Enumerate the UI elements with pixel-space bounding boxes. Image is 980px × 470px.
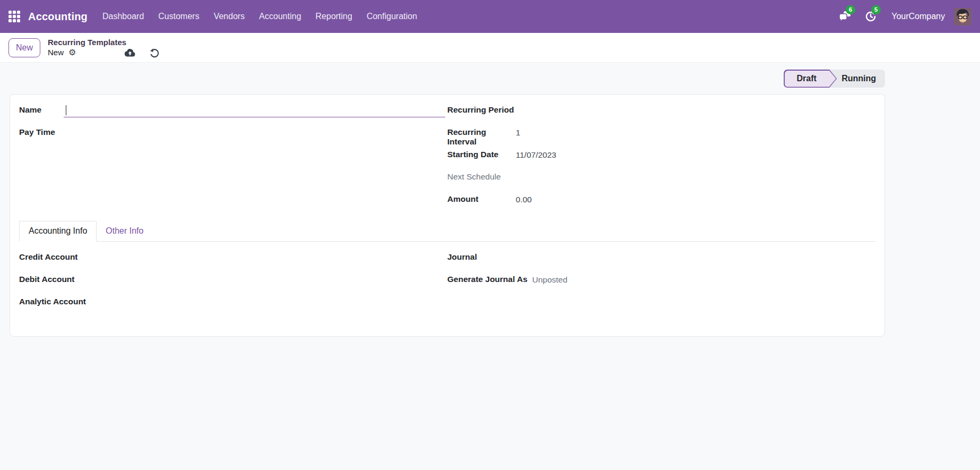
messages-button[interactable]: 6 — [838, 10, 852, 23]
recurring-interval-value[interactable]: 1 — [516, 126, 521, 138]
breadcrumb: Recurring Templates New ⚙ — [48, 37, 159, 58]
apps-grid-icon[interactable] — [8, 11, 20, 22]
form-sheet: Name Pay Time Recurring Period — [10, 94, 885, 337]
form-view: Draft Running Name Pay Time — [0, 63, 980, 470]
tab-pane-accounting-info: Credit Account Debit Account Analytic Ac… — [19, 242, 875, 318]
tab-left-column: Credit Account Debit Account Analytic Ac… — [19, 251, 447, 318]
amount-value[interactable]: 0.00 — [516, 193, 532, 204]
field-credit-account: Credit Account — [19, 251, 447, 274]
amount-label: Amount — [447, 193, 516, 204]
field-recurring-period: Recurring Period — [447, 104, 875, 126]
breadcrumb-current: New — [48, 47, 64, 58]
field-pay-time: Pay Time — [19, 126, 447, 149]
name-input[interactable] — [64, 104, 445, 117]
text-caret — [66, 105, 66, 115]
field-debit-account: Debit Account — [19, 274, 447, 296]
starting-date-label: Starting Date — [447, 149, 516, 159]
field-generate-journal-as: Generate Journal As Unposted — [447, 274, 875, 296]
tab-other-info[interactable]: Other Info — [97, 221, 152, 241]
statusbar-state-draft-label: Draft — [796, 74, 816, 83]
field-next-schedule: Next Schedule — [447, 171, 875, 193]
name-label: Name — [19, 104, 64, 115]
menu-item-reporting[interactable]: Reporting — [316, 0, 352, 33]
recurring-period-label: Recurring Period — [447, 104, 516, 115]
control-panel: New Recurring Templates New ⚙ — [0, 33, 980, 63]
undo-icon[interactable] — [149, 48, 159, 58]
field-recurring-interval: Recurring Interval 1 — [447, 126, 875, 149]
field-name: Name — [19, 104, 447, 126]
notebook: Accounting Info Other Info Credit Accoun… — [19, 221, 875, 318]
analytic-account-label: Analytic Account — [19, 296, 97, 306]
debit-account-label: Debit Account — [19, 274, 85, 284]
avatar-image — [954, 8, 972, 25]
gear-icon[interactable]: ⚙ — [68, 48, 76, 57]
field-starting-date: Starting Date 11/07/2023 — [447, 149, 875, 171]
company-switcher[interactable]: YourCompany — [891, 12, 945, 21]
menu-item-dashboard[interactable]: Dashboard — [102, 0, 144, 33]
activities-button[interactable]: 5 — [864, 10, 878, 23]
app-brand[interactable]: Accounting — [28, 11, 88, 23]
next-schedule-label: Next Schedule — [447, 171, 516, 182]
user-avatar[interactable] — [954, 8, 972, 25]
recurring-interval-label: Recurring Interval — [447, 126, 516, 147]
statusbar-state-draft[interactable]: Draft — [784, 70, 837, 88]
tab-accounting-info[interactable]: Accounting Info — [19, 221, 97, 242]
form-right-column: Recurring Period Recurring Interval 1 St… — [447, 104, 875, 216]
activities-count-badge: 5 — [871, 5, 880, 14]
breadcrumb-parent-link[interactable]: Recurring Templates — [48, 37, 159, 47]
messages-count-badge: 6 — [846, 5, 855, 14]
tab-right-column: Journal Generate Journal As Unposted — [447, 251, 875, 318]
field-amount: Amount 0.00 — [447, 193, 875, 216]
pay-time-label: Pay Time — [19, 126, 64, 137]
field-analytic-account: Analytic Account — [19, 296, 447, 318]
generate-journal-as-value[interactable]: Unposted — [532, 274, 567, 285]
new-button[interactable]: New — [8, 38, 40, 57]
menu-item-accounting[interactable]: Accounting — [259, 0, 301, 33]
starting-date-value[interactable]: 11/07/2023 — [516, 149, 556, 160]
navbar-right: 6 5 YourCompany — [827, 8, 972, 25]
generate-journal-as-label: Generate Journal As — [447, 274, 532, 284]
statusbar-state-running[interactable]: Running — [837, 70, 885, 88]
notebook-tabs: Accounting Info Other Info — [19, 221, 875, 242]
credit-account-label: Credit Account — [19, 251, 89, 262]
form-left-column: Name Pay Time — [19, 104, 447, 216]
cloud-upload-icon[interactable] — [125, 48, 135, 57]
main-menu: Dashboard Customers Vendors Accounting R… — [102, 0, 417, 33]
menu-item-customers[interactable]: Customers — [158, 0, 199, 33]
top-navbar: Accounting Dashboard Customers Vendors A… — [0, 0, 980, 33]
journal-label: Journal — [447, 251, 532, 262]
statusbar: Draft Running — [784, 70, 885, 88]
field-journal: Journal — [447, 251, 875, 274]
menu-item-vendors[interactable]: Vendors — [214, 0, 245, 33]
statusbar-state-running-label: Running — [842, 74, 876, 83]
menu-item-configuration[interactable]: Configuration — [367, 0, 417, 33]
